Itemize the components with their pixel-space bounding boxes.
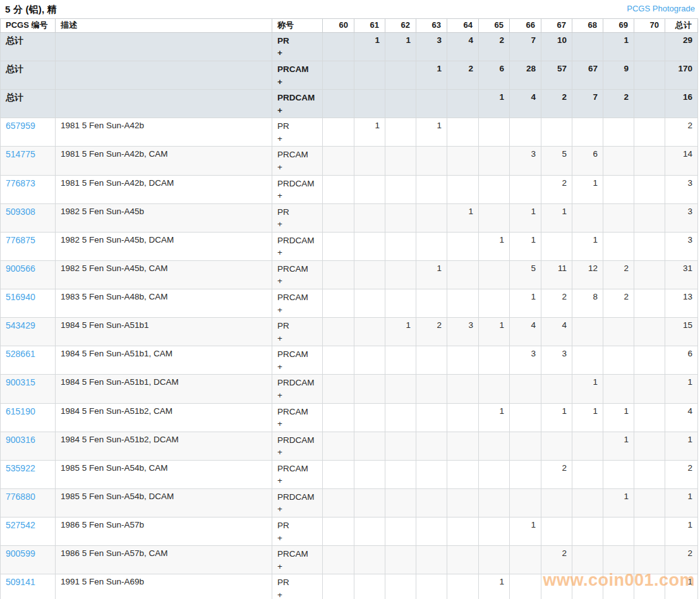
total-cell: 3 [665,175,698,203]
designation-cell: PR+ [272,517,323,546]
grade-63-cell [416,203,447,232]
description-text: 1981 5 Fen Sun-A42b, CAM [61,149,168,159]
total-cell: 1 [665,375,698,403]
designation-text: PRCAM [277,263,317,275]
grade-60-cell [323,147,354,175]
table-row: 5091411991 5 Fen Sun-A69bPR+11 [1,574,698,599]
grade-66-cell: 4 [510,318,541,346]
pcgs-number-link[interactable]: 900316 [6,435,35,445]
designation-plus: + [277,503,317,516]
grade-63-cell [416,488,447,517]
pcgs-number-link[interactable]: 514775 [6,149,35,159]
pcgs-number-link[interactable]: 900315 [6,377,35,387]
grade-70-cell [634,318,665,346]
description-cell [56,61,272,90]
total-cell: 1 [665,574,698,599]
grade-63-cell [416,289,447,318]
grade-69-cell: 1 [603,488,634,517]
grade-68-cell [572,488,603,517]
pcgs-number-link[interactable]: 615190 [6,406,35,416]
grade-60-cell [323,90,354,118]
table-row: 6151901984 5 Fen Sun-A51b2, CAMPRCAM+111… [1,403,698,432]
grade-60-cell [323,175,354,203]
grade-67-cell [541,432,572,460]
pcgs-number-link[interactable]: 516940 [6,292,35,302]
pcgs-number-link[interactable]: 776880 [6,492,35,502]
pcgs-number-link[interactable]: 657959 [6,121,35,131]
total-cell: 14 [665,147,698,175]
description-text: 1991 5 Fen Sun-A69b [61,577,144,586]
table-row: 7768801985 5 Fen Sun-A54b, DCAMPRDCAM+11 [1,488,698,517]
grade-62-cell [385,147,416,175]
column-header-66: 66 [510,19,541,33]
designation-plus: + [277,589,317,599]
grade-63-cell [416,403,447,432]
grade-63-cell: 1 [416,61,447,90]
grade-63-cell: 2 [416,318,447,346]
table-row: 5275421986 5 Fen Sun-A57bPR+11 [1,517,698,546]
grade-66-cell [510,432,541,460]
grade-66-cell [510,175,541,203]
grade-60-cell [323,232,354,260]
designation-cell: PRCAM+ [272,289,323,318]
grade-64-cell [447,517,479,546]
population-table: PCGS 编号描述称号6061626364656667686970总计 总计PR… [0,18,698,599]
grade-64-cell [447,574,479,599]
total-cell: 16 [665,90,698,118]
description-text: 1986 5 Fen Sun-A57b, CAM [61,548,168,558]
designation-text: PRCAM [277,148,317,161]
grade-62-cell [385,90,416,118]
grade-62-cell [385,260,416,289]
pcgs-number-link[interactable]: 900599 [6,548,35,559]
grade-64-cell [447,232,479,260]
grade-61-cell: 1 [354,118,385,147]
description-cell: 1984 5 Fen Sun-A51b1, CAM [56,346,272,375]
designation-cell: PRDCAM+ [272,432,323,460]
designation-cell: PRDCAM+ [272,90,323,118]
grade-70-cell [634,488,665,517]
table-row: 5093081982 5 Fen Sun-A45bPR+1113 [1,203,698,232]
population-report-page: 5 分 (铝), 精 PCGS Photograde PCGS 编号描述称号60… [0,0,700,599]
pcgs-number-link[interactable]: 528661 [6,349,35,359]
grade-65-cell [479,517,510,546]
grade-70-cell [634,147,665,175]
grade-69-cell [603,546,634,574]
pcgs-number-link[interactable]: 509141 [6,577,35,587]
grade-70-cell [634,203,665,232]
grade-62-cell [385,232,416,260]
designation-text: PR [277,35,317,47]
pcgs-photograde-link[interactable]: PCGS Photograde [627,4,695,13]
pcgs-number-link[interactable]: 900566 [6,263,35,274]
grade-60-cell [323,61,354,90]
designation-cell: PRDCAM+ [272,375,323,403]
grade-68-cell [572,574,603,599]
table-row: 5359221985 5 Fen Sun-A54b, CAMPRCAM+22 [1,460,698,488]
grade-65-cell: 1 [479,90,510,118]
designation-cell: PR+ [272,118,323,147]
pcgs-number-cell: 657959 [1,118,56,147]
pcgs-number-link[interactable]: 776875 [6,235,35,245]
grade-63-cell: 1 [416,260,447,289]
pcgs-number-link[interactable]: 543429 [6,320,35,330]
summary-label: 总计 [6,35,23,45]
grade-67-cell: 57 [541,61,572,90]
grade-63-cell [416,346,447,375]
designation-plus: + [277,76,317,88]
pcgs-number-link[interactable]: 509308 [6,207,35,217]
description-text: 1984 5 Fen Sun-A51b1 [61,320,149,330]
pcgs-number-cell: 615190 [1,403,56,432]
grade-65-cell: 1 [479,232,510,260]
table-row: 5147751981 5 Fen Sun-A42b, CAMPRCAM+3561… [1,147,698,175]
grade-65-cell [479,488,510,517]
pcgs-number-link[interactable]: 776873 [6,178,35,188]
grade-64-cell [447,488,479,517]
grade-60-cell [323,318,354,346]
grade-67-cell: 11 [541,260,572,289]
pcgs-number-link[interactable]: 527542 [6,520,35,530]
grade-67-cell: 4 [541,318,572,346]
grade-60-cell [323,118,354,147]
column-header-69: 69 [603,19,634,33]
grade-61-cell [354,546,385,574]
pcgs-number-link[interactable]: 535922 [6,463,35,473]
grade-67-cell: 5 [541,147,572,175]
